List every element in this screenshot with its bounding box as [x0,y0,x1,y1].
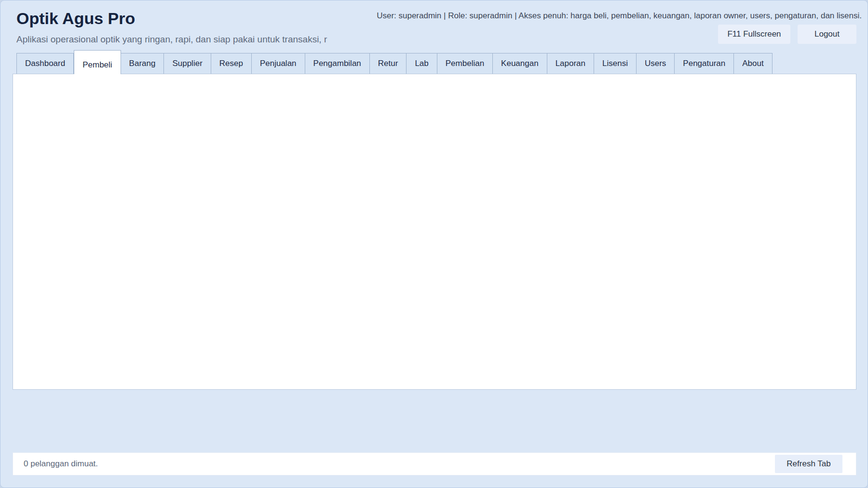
tab-pembeli[interactable]: Pembeli [74,50,121,74]
tab-penjualan[interactable]: Penjualan [252,53,305,74]
tab-pembelian[interactable]: Pembelian [437,53,493,74]
tab-keuangan[interactable]: Keuangan [493,53,547,74]
status-text: 0 pelanggan dimuat. [24,459,98,469]
tab-bar: Dashboard Pembeli Barang Supplier Resep … [16,50,773,74]
tab-resep[interactable]: Resep [211,53,252,74]
status-bar: 0 pelanggan dimuat. [13,452,856,475]
app-window: Optik Agus Pro Aplikasi operasional opti… [0,0,868,488]
tab-dashboard[interactable]: Dashboard [16,53,74,74]
tab-pengaturan[interactable]: Pengaturan [675,53,734,74]
app-title: Optik Agus Pro [16,9,135,28]
tab-pengambilan[interactable]: Pengambilan [305,53,370,74]
fullscreen-button[interactable]: F11 Fullscreen [718,25,790,44]
tab-page [13,74,856,390]
tab-laporan[interactable]: Laporan [547,53,594,74]
tab-retur[interactable]: Retur [370,53,407,74]
logout-button[interactable]: Logout [798,25,856,44]
user-role-info: User: superadmin | Role: superadmin | Ak… [377,11,862,21]
tab-users[interactable]: Users [637,53,675,74]
tab-lisensi[interactable]: Lisensi [594,53,637,74]
tab-supplier[interactable]: Supplier [164,53,211,74]
tab-barang[interactable]: Barang [121,53,164,74]
app-subtitle: Aplikasi operasional optik yang ringan, … [16,34,327,45]
refresh-tab-button[interactable]: Refresh Tab [775,455,842,473]
tab-lab[interactable]: Lab [407,53,437,74]
tab-about[interactable]: About [734,53,772,74]
